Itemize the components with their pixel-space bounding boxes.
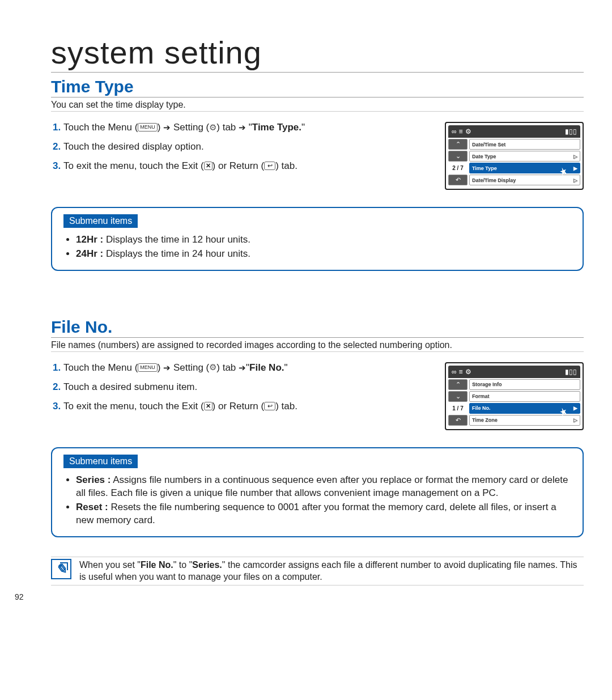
step-text: Touch the Menu (MENU) ➔ Setting (⚙) tab …: [63, 362, 288, 373]
back-button[interactable]: ↶: [448, 415, 468, 426]
down-button[interactable]: ⌄: [448, 151, 468, 162]
gear-icon: ⚙: [465, 368, 471, 376]
menu-item[interactable]: Time Zone▷: [469, 415, 580, 426]
submenu-title: Submenu items: [63, 214, 138, 228]
list-icon: ≡: [459, 128, 463, 135]
return-icon: ↩: [264, 402, 275, 410]
heading-file-no: File No.: [51, 317, 584, 338]
submenu-item: 12Hr : Displays the time in 12 hour unit…: [76, 234, 571, 247]
menu-icon: MENU: [138, 363, 158, 372]
intro-file-no: File names (numbers) are assigned to rec…: [51, 340, 584, 352]
arrow-icon: ➔: [239, 122, 246, 132]
step-text: Touch the Menu (MENU) ➔ Setting (⚙) tab …: [63, 122, 305, 133]
camera-icon: ∞: [452, 128, 457, 135]
submenu-item: 24Hr : Displays the time in 24 hour unit…: [76, 248, 571, 261]
menu-item-selected[interactable]: Time Type▶: [469, 163, 580, 173]
down-button[interactable]: ⌄: [448, 391, 468, 402]
gear-icon: ⚙: [209, 362, 216, 372]
exit-icon: ✕: [204, 162, 212, 170]
up-button[interactable]: ⌃: [448, 379, 468, 390]
up-button[interactable]: ⌃: [448, 139, 468, 150]
note-box: ✎ When you set "File No." to "Series." t…: [51, 557, 584, 586]
page-title: system setting: [51, 34, 584, 73]
step-text: Touch the desired display option.: [63, 141, 204, 152]
menu-icon: MENU: [138, 123, 158, 131]
submenu-item: Series : Assigns file numbers in a conti…: [76, 474, 571, 500]
menu-item[interactable]: Date/Time Set: [469, 139, 580, 150]
submenu-box-time-type: Submenu items 12Hr : Displays the time i…: [51, 207, 584, 271]
screenshot-file-no: ∞ ≡ ⚙ ▮▯▯ ⌃ ⌄ 1 / 7 ↶ Storage Info Forma…: [445, 362, 584, 430]
arrow-icon: ➔: [163, 363, 171, 372]
back-button[interactable]: ↶: [448, 175, 468, 185]
menu-item[interactable]: Date/Time Display▷: [469, 175, 580, 185]
submenu-title: Submenu items: [63, 455, 138, 468]
gear-icon: ⚙: [465, 128, 471, 135]
submenu-item: Reset : Resets the file numbering sequen…: [76, 501, 571, 527]
steps-file-no: Touch the Menu (MENU) ➔ Setting (⚙) tab …: [51, 362, 435, 420]
exit-icon: ✕: [204, 402, 212, 410]
page-indicator: 2 / 7: [448, 163, 468, 173]
arrow-icon: ➔: [239, 363, 246, 372]
page-indicator: 1 / 7: [448, 403, 468, 414]
heading-time-type: Time Type: [51, 77, 584, 97]
menu-item[interactable]: Format: [469, 391, 580, 402]
note-text: When you set "File No." to "Series." the…: [79, 559, 584, 583]
intro-time-type: You can set the time display type.: [51, 100, 584, 112]
return-icon: ↩: [264, 162, 275, 170]
arrow-icon: ➔: [163, 122, 171, 132]
page-number: 92: [15, 592, 584, 601]
menu-item[interactable]: Storage Info: [469, 379, 580, 390]
step-text: Touch a desired submenu item.: [63, 381, 197, 392]
steps-time-type: Touch the Menu (MENU) ➔ Setting (⚙) tab …: [51, 122, 435, 180]
menu-item[interactable]: Date Type▷: [469, 151, 580, 162]
screenshot-time-type: ∞ ≡ ⚙ ▮▯▯ ⌃ ⌄ 2 / 7 ↶ Date/Time Set Date…: [445, 122, 584, 190]
camera-icon: ∞: [452, 368, 457, 376]
list-icon: ≡: [459, 368, 463, 376]
menu-item-selected[interactable]: File No.▶: [469, 403, 580, 414]
submenu-box-file-no: Submenu items Series : Assigns file numb…: [51, 447, 584, 537]
battery-icon: ▮▯▯: [565, 128, 577, 135]
note-icon: ✎: [51, 559, 71, 579]
step-text: To exit the menu, touch the Exit (✕) or …: [63, 401, 298, 411]
battery-icon: ▮▯▯: [565, 368, 577, 376]
gear-icon: ⚙: [209, 122, 216, 133]
step-text: To exit the menu, touch the Exit (✕) or …: [63, 160, 298, 171]
